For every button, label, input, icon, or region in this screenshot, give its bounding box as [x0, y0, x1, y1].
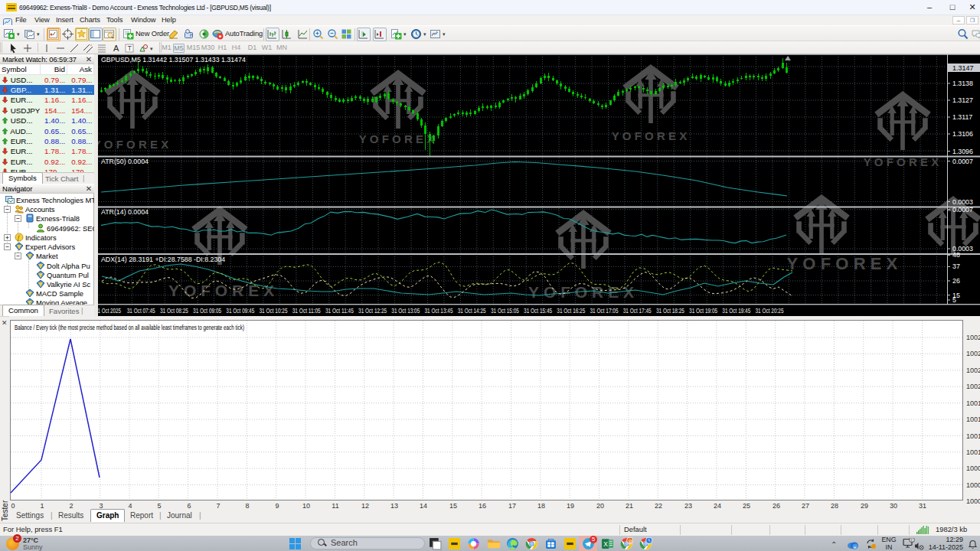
svg-text:31 Oct 16:25: 31 Oct 16:25 — [557, 307, 585, 315]
svg-text:31 Oct 09:05: 31 Oct 09:05 — [193, 307, 221, 315]
svg-text:1.3106: 1.3106 — [952, 130, 973, 138]
svg-text:31 Oct 08:25: 31 Oct 08:25 — [160, 307, 188, 315]
svg-text:1.3147: 1.3147 — [952, 64, 974, 72]
svg-text:48: 48 — [952, 251, 960, 259]
svg-text:31 Oct 14:25: 31 Oct 14:25 — [458, 307, 486, 315]
svg-text:YOFOREX: YOFOREX — [864, 155, 942, 168]
svg-text:31 Oct 09:45: 31 Oct 09:45 — [226, 307, 254, 315]
svg-text:0.0007: 0.0007 — [952, 158, 973, 165]
svg-text:31 Oct 15:45: 31 Oct 15:45 — [524, 307, 552, 315]
svg-text:@: @ — [629, 538, 633, 543]
svg-text:ATR(14) 0.0004: ATR(14) 0.0004 — [101, 208, 149, 216]
svg-text:26: 26 — [952, 277, 960, 285]
svg-text:T: T — [128, 44, 132, 52]
svg-text:31 Oct 13:05: 31 Oct 13:05 — [391, 307, 420, 315]
svg-text:GBPUSD,M5 1.31442 1.31507 1.3: GBPUSD,M5 1.31442 1.31507 1.31433 1.3147… — [101, 56, 246, 64]
svg-text:X: X — [603, 540, 608, 547]
svg-text:1.3127: 1.3127 — [952, 96, 973, 104]
svg-text:31 Oct 10:25: 31 Oct 10:25 — [260, 307, 288, 315]
svg-text:1.3138: 1.3138 — [952, 80, 973, 87]
svg-text:1.3117: 1.3117 — [952, 113, 972, 121]
svg-text:31 Oct 20:25: 31 Oct 20:25 — [756, 307, 784, 315]
svg-text:31 Oct 15:05: 31 Oct 15:05 — [491, 307, 519, 315]
svg-text:1.3096: 1.3096 — [952, 148, 973, 155]
svg-text:31 Oct 19:45: 31 Oct 19:45 — [722, 307, 750, 315]
svg-text:YOFOREX: YOFOREX — [612, 129, 691, 142]
svg-text:31 Oct 17:05: 31 Oct 17:05 — [590, 307, 619, 315]
svg-text:YOFOREX: YOFOREX — [98, 138, 172, 151]
svg-text:31 Oct 19:05: 31 Oct 19:05 — [689, 307, 717, 315]
svg-text:YOFOREX: YOFOREX — [168, 282, 279, 299]
svg-text:0.0003: 0.0003 — [952, 198, 973, 206]
svg-text:Balance / Every tick (the most: Balance / Every tick (the most precise m… — [15, 324, 244, 331]
svg-text:A: A — [113, 44, 119, 53]
svg-text:ADX(14) 28.3191 +DI:28.7588 -D: ADX(14) 28.3191 +DI:28.7588 -DI:8.2304 — [101, 256, 225, 263]
svg-text:31 Oct 11:45: 31 Oct 11:45 — [325, 307, 354, 315]
svg-text:YOFOREX: YOFOREX — [787, 254, 903, 273]
svg-text:5: 5 — [952, 296, 956, 304]
svg-text:31 Oct 18:25: 31 Oct 18:25 — [656, 307, 684, 315]
svg-text:ATR(50) 0.0004: ATR(50) 0.0004 — [101, 158, 149, 165]
svg-text:31 Oct 13:45: 31 Oct 13:45 — [425, 307, 453, 315]
svg-text:31 Oct 17:45: 31 Oct 17:45 — [623, 307, 652, 315]
svg-text:31 Oct 2025: 31 Oct 2025 — [98, 307, 121, 315]
svg-text:0.0007: 0.0007 — [952, 206, 973, 214]
svg-text:31 Oct 11:05: 31 Oct 11:05 — [292, 307, 321, 315]
svg-text:37: 37 — [952, 262, 960, 270]
svg-text:31 Oct 07:45: 31 Oct 07:45 — [127, 307, 155, 315]
svg-text:31 Oct 12:25: 31 Oct 12:25 — [358, 307, 387, 315]
